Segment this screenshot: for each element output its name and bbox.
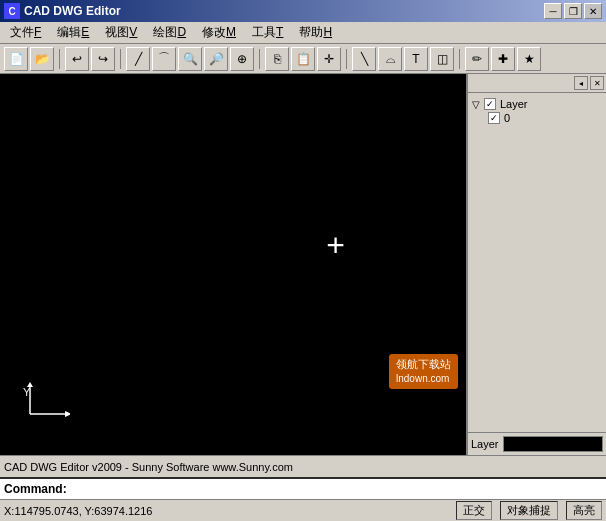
ortho-mode-badge[interactable]: 正交 — [456, 501, 492, 520]
undo-button[interactable]: ↩ — [65, 47, 89, 71]
layer-tree: ▽ ✓ Layer ✓ 0 — [468, 93, 606, 432]
status-info-bar: CAD DWG Editor v2009 - Sunny Software ww… — [0, 455, 606, 477]
toolbar-sep-5 — [459, 49, 460, 69]
drawing-canvas[interactable]: + X Y — [0, 74, 466, 455]
line-button[interactable]: ╱ — [126, 47, 150, 71]
toolbar: 📄 📂 ↩ ↪ ╱ ⌒ 🔍 🔎 ⊕ ⎘ 📋 ✛ ╲ ⌓ T ◫ ✏ ✚ ★ — [0, 44, 606, 74]
dim-button[interactable]: ◫ — [430, 47, 454, 71]
title-bar: C CAD DWG Editor ─ ❐ ✕ — [0, 0, 606, 22]
command-label: Command: — [4, 482, 67, 496]
layer-item-root[interactable]: ▽ ✓ Layer — [472, 97, 602, 111]
menu-bar: 文件F 编辑E 视图V 绘图D 修改M 工具T 帮助H — [0, 22, 606, 44]
layer-label-root: Layer — [500, 98, 528, 110]
minimize-button[interactable]: ─ — [544, 3, 562, 19]
watermark-text: 领航下载站 — [396, 357, 451, 372]
watermark-subtext: lndown.com — [396, 372, 451, 386]
menu-modify[interactable]: 修改M — [194, 22, 244, 43]
toolbar-sep-2 — [120, 49, 121, 69]
menu-tools[interactable]: 工具T — [244, 22, 291, 43]
title-bar-left: C CAD DWG Editor — [4, 3, 121, 19]
svg-text:Y: Y — [23, 386, 31, 398]
paste-button[interactable]: 📋 — [291, 47, 315, 71]
move-button[interactable]: ✛ — [317, 47, 341, 71]
zoom-in-button[interactable]: 🔍 — [178, 47, 202, 71]
layer-bottom-label: Layer — [471, 438, 499, 450]
menu-file[interactable]: 文件F — [2, 22, 49, 43]
menu-draw[interactable]: 绘图D — [145, 22, 194, 43]
app-icon: C — [4, 3, 20, 19]
command-input[interactable] — [71, 482, 602, 496]
status-text: CAD DWG Editor v2009 - Sunny Software ww… — [4, 461, 293, 473]
layer-checkbox-0[interactable]: ✓ — [488, 112, 500, 124]
panel-close[interactable]: ✕ — [590, 76, 604, 90]
highlight-mode-badge[interactable]: 高亮 — [566, 501, 602, 520]
watermark: 领航下载站 lndown.com — [389, 354, 458, 389]
toolbar-sep-1 — [59, 49, 60, 69]
menu-view[interactable]: 视图V — [97, 22, 145, 43]
layer-checkbox-root[interactable]: ✓ — [484, 98, 496, 110]
snap-button[interactable]: ✚ — [491, 47, 515, 71]
window-title: CAD DWG Editor — [24, 4, 121, 18]
tree-expand-icon[interactable]: ▽ — [472, 99, 480, 110]
coords-text: X:114795.0743, Y:63974.1216 — [4, 505, 152, 517]
menu-edit[interactable]: 编辑E — [49, 22, 97, 43]
right-panel: ◂ ✕ ▽ ✓ Layer ✓ 0 Layer — [466, 74, 606, 455]
toolbar-sep-3 — [259, 49, 260, 69]
command-bar: Command: — [0, 477, 606, 499]
properties-button[interactable]: ★ — [517, 47, 541, 71]
curve-button[interactable]: ⌒ — [152, 47, 176, 71]
new-button[interactable]: 📄 — [4, 47, 28, 71]
panel-scroll-left[interactable]: ◂ — [574, 76, 588, 90]
copy-button[interactable]: ⎘ — [265, 47, 289, 71]
coords-status-group: 正交 对象捕捉 高亮 — [456, 501, 602, 520]
crosshair-cursor: + — [326, 229, 345, 261]
draw-line-button[interactable]: ╲ — [352, 47, 376, 71]
restore-button[interactable]: ❐ — [564, 3, 582, 19]
toolbar-sep-4 — [346, 49, 347, 69]
menu-help[interactable]: 帮助H — [291, 22, 340, 43]
open-button[interactable]: 📂 — [30, 47, 54, 71]
close-button[interactable]: ✕ — [584, 3, 602, 19]
panel-header: ◂ ✕ — [468, 74, 606, 93]
coords-bar: X:114795.0743, Y:63974.1216 正交 对象捕捉 高亮 — [0, 499, 606, 521]
zoom-fit-button[interactable]: ⊕ — [230, 47, 254, 71]
layer-item-0[interactable]: ✓ 0 — [472, 111, 602, 125]
layer-label-0: 0 — [504, 112, 510, 124]
axis-svg: X Y — [20, 382, 70, 422]
hatch-button[interactable]: ✏ — [465, 47, 489, 71]
redo-button[interactable]: ↪ — [91, 47, 115, 71]
layer-bottom-bar: Layer — [468, 432, 606, 455]
axis-indicator: X Y — [20, 382, 70, 425]
text-button[interactable]: T — [404, 47, 428, 71]
layer-color-box — [503, 436, 603, 452]
arc-button[interactable]: ⌓ — [378, 47, 402, 71]
snap-mode-badge[interactable]: 对象捕捉 — [500, 501, 558, 520]
svg-marker-1 — [65, 411, 70, 417]
zoom-out-button[interactable]: 🔎 — [204, 47, 228, 71]
title-buttons: ─ ❐ ✕ — [544, 3, 602, 19]
main-area: + X Y ◂ ✕ — [0, 74, 606, 455]
